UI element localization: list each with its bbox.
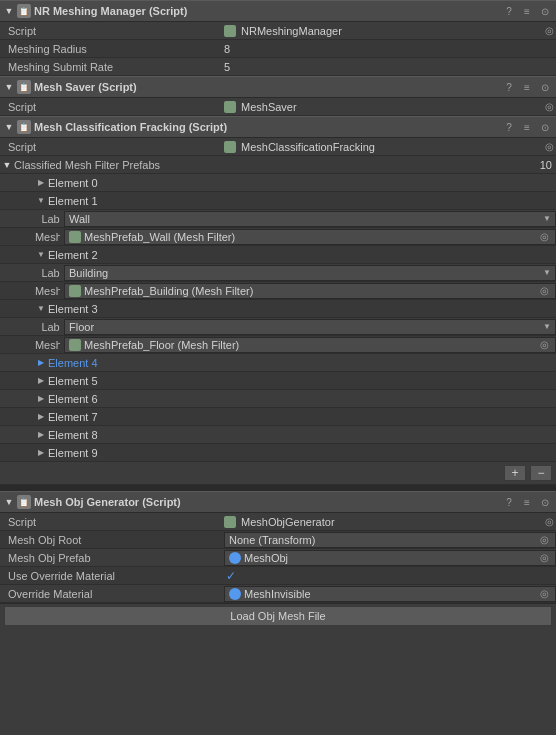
element-9-arrow[interactable]: ▶: [36, 448, 46, 458]
element-5-row: ▶ Element 5: [0, 372, 556, 390]
mesh-obj-prefab-field: MeshObj ◎: [224, 550, 556, 566]
nr-meshing-toggle[interactable]: ▼: [4, 6, 14, 16]
mesh-obj-settings[interactable]: ≡: [520, 495, 534, 509]
element-7-label: Element 7: [48, 411, 98, 423]
meshfilter-1-circle[interactable]: ◎: [537, 230, 551, 244]
element-3-label-dropdown[interactable]: Floor ▼: [64, 319, 556, 335]
mesh-obj-icon: 📋: [17, 495, 31, 509]
element-1-meshfilter-row: Mesh Filter MeshPrefab_Wall (Mesh Filter…: [0, 228, 556, 246]
mesh-obj-script-circle[interactable]: ◎: [542, 515, 556, 529]
mesh-obj-root-text: None (Transform): [229, 534, 315, 546]
dropdown-arrow-3: ▼: [543, 322, 551, 331]
mesh-obj-script-label: Script: [0, 516, 220, 528]
mesh-obj-help[interactable]: ?: [502, 495, 516, 509]
nr-meshing-help[interactable]: ?: [502, 4, 516, 18]
mesh-saver-settings[interactable]: ≡: [520, 80, 534, 94]
mesh-obj-root-row: Mesh Obj Root None (Transform) ◎: [0, 531, 556, 549]
mesh-obj-prefab-icon: [229, 552, 241, 564]
mesh-classification-script-icon: [224, 141, 236, 153]
element-2-meshfilter-label: Mesh Filter: [35, 285, 60, 297]
mesh-obj-lock[interactable]: ⊙: [538, 495, 552, 509]
mesh-obj-header: ▼ 📋 Mesh Obj Generator (Script) ? ≡ ⊙: [0, 491, 556, 513]
element-0-row: ▶ Element 0: [0, 174, 556, 192]
element-6-arrow[interactable]: ▶: [36, 394, 46, 404]
add-element-button[interactable]: +: [504, 465, 526, 481]
nr-meshing-script-row: Script NRMeshingManager ◎: [0, 22, 556, 40]
meshing-radius-text: 8: [224, 43, 556, 55]
classified-toggle[interactable]: ▼: [0, 160, 10, 170]
element-2-group: ▼ Element 2 Label Building ▼ Mesh Filter: [0, 246, 556, 300]
nr-meshing-header: ▼ 📋 NR Meshing Manager (Script) ? ≡ ⊙: [0, 0, 556, 22]
element-1-label-value: Wall: [69, 213, 90, 225]
element-6-label: Element 6: [48, 393, 98, 405]
meshing-submit-rate-text: 5: [224, 61, 556, 73]
nr-meshing-settings[interactable]: ≡: [520, 4, 534, 18]
use-override-checkbox[interactable]: ✓: [224, 569, 238, 583]
mesh-obj-toggle[interactable]: ▼: [4, 497, 14, 507]
element-4-label: Element 4: [48, 357, 98, 369]
mesh-obj-root-circle[interactable]: ◎: [537, 533, 551, 547]
element-2-label-dropdown[interactable]: Building ▼: [64, 265, 556, 281]
element-8-label: Element 8: [48, 429, 98, 441]
element-3-meshfilter-field: MeshPrefab_Floor (Mesh Filter) ◎: [64, 337, 556, 353]
mesh-classification-help[interactable]: ?: [502, 120, 516, 134]
mesh-saver-lock[interactable]: ⊙: [538, 80, 552, 94]
mesh-classification-toggle[interactable]: ▼: [4, 122, 14, 132]
mesh-obj-title: Mesh Obj Generator (Script): [34, 496, 181, 508]
element-1-label-dropdown[interactable]: Wall ▼: [64, 211, 556, 227]
mesh-classification-header: ▼ 📋 Mesh Classification Fracking (Script…: [0, 116, 556, 138]
use-override-value: ✓: [220, 569, 556, 583]
mesh-saver-script-value: MeshSaver ◎: [220, 100, 556, 114]
mesh-obj-prefab-circle[interactable]: ◎: [537, 551, 551, 565]
mesh-saver-help[interactable]: ?: [502, 80, 516, 94]
element-8-arrow[interactable]: ▶: [36, 430, 46, 440]
mesh-obj-prefab-label: Mesh Obj Prefab: [0, 552, 220, 564]
element-2-arrow[interactable]: ▼: [36, 250, 46, 260]
mesh-obj-root-label: Mesh Obj Root: [0, 534, 220, 546]
load-btn-row: Load Obj Mesh File: [0, 603, 556, 627]
element-2-meshfilter-value: MeshPrefab_Building (Mesh Filter): [84, 285, 253, 297]
mesh-saver-circle[interactable]: ◎: [542, 100, 556, 114]
element-1-group: ▼ Element 1 Label Wall ▼ Mesh Filter: [0, 192, 556, 246]
element-3-arrow[interactable]: ▼: [36, 304, 46, 314]
mesh-obj-script-value: MeshObjGenerator ◎: [220, 515, 556, 529]
nr-meshing-lock[interactable]: ⊙: [538, 4, 552, 18]
mesh-saver-title: Mesh Saver (Script): [34, 81, 137, 93]
mesh-saver-toggle[interactable]: ▼: [4, 82, 14, 92]
load-obj-mesh-button[interactable]: Load Obj Mesh File: [4, 606, 552, 626]
element-1-arrow[interactable]: ▼: [36, 196, 46, 206]
mesh-classification-lock[interactable]: ⊙: [538, 120, 552, 134]
classified-label: Classified Mesh Filter Prefabs: [10, 159, 526, 171]
nr-script-circle[interactable]: ◎: [542, 24, 556, 38]
meshfilter-2-icon: [69, 285, 81, 297]
element-3-label: Element 3: [48, 303, 98, 315]
element-3-label-row: Label Floor ▼: [0, 318, 556, 336]
remove-element-button[interactable]: −: [530, 465, 552, 481]
mesh-classification-circle[interactable]: ◎: [542, 140, 556, 154]
meshfilter-2-circle[interactable]: ◎: [537, 284, 551, 298]
element-5-label: Element 5: [48, 375, 98, 387]
element-5-arrow[interactable]: ▶: [36, 376, 46, 386]
element-4-arrow[interactable]: ▶: [36, 358, 46, 368]
meshing-submit-rate-label: Meshing Submit Rate: [0, 61, 220, 73]
element-0-arrow[interactable]: ▶: [36, 178, 46, 188]
mesh-saver-script-text: MeshSaver: [241, 101, 297, 113]
element-4-row: ▶ Element 4: [0, 354, 556, 372]
mesh-obj-script-icon: [224, 516, 236, 528]
element-3-label-value: Floor: [69, 321, 94, 333]
element-1-meshfilter-label: Mesh Filter: [35, 231, 60, 243]
mesh-classification-script-text: MeshClassificationFracking: [241, 141, 375, 153]
element-3-row: ▼ Element 3: [0, 300, 556, 318]
element-3-meshfilter-value: MeshPrefab_Floor (Mesh Filter): [84, 339, 239, 351]
mesh-classification-settings[interactable]: ≡: [520, 120, 534, 134]
meshfilter-3-circle[interactable]: ◎: [537, 338, 551, 352]
nr-meshing-script-value: NRMeshingManager ◎: [220, 24, 556, 38]
override-material-circle[interactable]: ◎: [537, 587, 551, 601]
element-6-row: ▶ Element 6: [0, 390, 556, 408]
meshfilter-3-icon: [69, 339, 81, 351]
override-material-icon: [229, 588, 241, 600]
element-1-meshfilter-field: MeshPrefab_Wall (Mesh Filter) ◎: [64, 229, 556, 245]
element-3-meshfilter-label: Mesh Filter: [35, 339, 60, 351]
mesh-classification-script-label: Script: [0, 141, 220, 153]
element-7-arrow[interactable]: ▶: [36, 412, 46, 422]
